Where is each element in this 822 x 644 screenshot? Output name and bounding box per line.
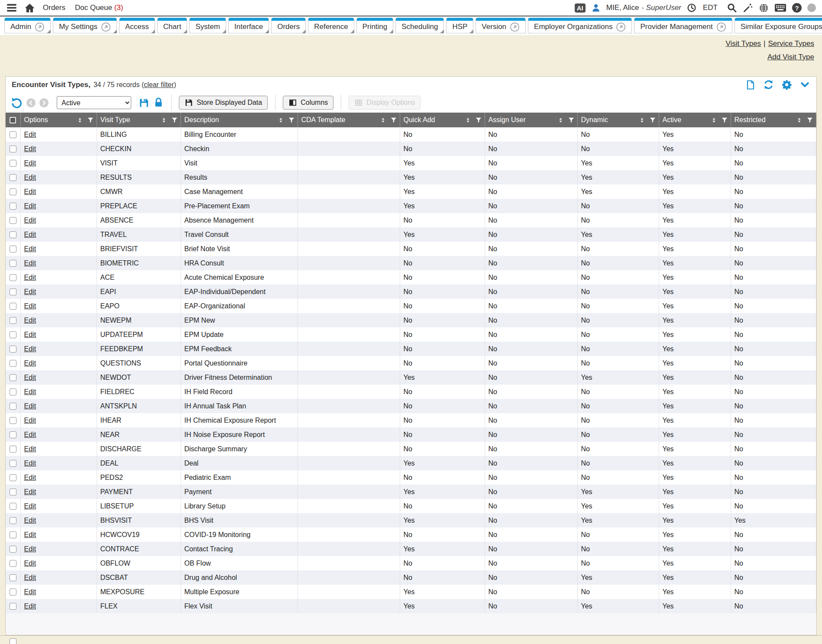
save-icon[interactable] (139, 97, 149, 108)
edit-link[interactable]: Edit (24, 502, 36, 510)
edit-link[interactable]: Edit (24, 188, 36, 195)
edit-link[interactable]: Edit (24, 245, 36, 252)
columns-button[interactable]: Columns (283, 96, 333, 110)
user-label[interactable]: MIE, Alice- SuperUser (606, 3, 681, 12)
edit-link[interactable]: Edit (24, 217, 36, 224)
edit-link[interactable]: Edit (24, 431, 36, 438)
settings-gear-icon[interactable] (781, 79, 792, 90)
new-document-icon[interactable] (745, 80, 756, 90)
search-icon[interactable] (727, 3, 737, 13)
tab-scheduling[interactable]: Scheduling (395, 18, 444, 33)
edit-link[interactable]: Edit (24, 231, 36, 238)
clock-icon[interactable] (687, 3, 696, 13)
edit-link[interactable]: Edit (24, 302, 36, 310)
tab-system[interactable]: System (189, 18, 226, 33)
row-checkbox[interactable] (10, 160, 16, 167)
tab-printing[interactable]: Printing (356, 18, 394, 33)
row-checkbox[interactable] (10, 603, 16, 610)
column-header-cda-template[interactable]: CDA Template (298, 113, 400, 127)
tab-hsp[interactable]: HSP (446, 18, 473, 33)
breadcrumb-doc-queue[interactable]: Doc Queue (3) (75, 3, 123, 12)
column-header-options[interactable]: Options (20, 113, 97, 127)
edit-link[interactable]: Edit (24, 602, 36, 610)
edit-link[interactable]: Edit (24, 588, 36, 595)
tab-provider-management[interactable]: Provider Management (634, 18, 732, 33)
row-checkbox[interactable] (10, 474, 16, 481)
row-checkbox[interactable] (10, 231, 16, 238)
row-checkbox[interactable] (10, 403, 16, 410)
filter-icon[interactable] (806, 117, 813, 123)
column-header-restricted[interactable]: Restricted (731, 113, 816, 127)
row-checkbox[interactable] (10, 417, 16, 424)
hamburger-menu-icon[interactable] (6, 2, 17, 13)
row-checkbox[interactable] (10, 346, 16, 353)
row-checkbox[interactable] (10, 360, 16, 367)
edit-link[interactable]: Edit (24, 402, 36, 410)
home-icon[interactable] (24, 3, 35, 13)
keyboard-icon[interactable] (774, 3, 786, 12)
tab-reference[interactable]: Reference (308, 18, 354, 33)
add-visit-type-link[interactable]: Add Visit Type (767, 53, 814, 61)
tab-orders[interactable]: Orders (271, 18, 306, 33)
sort-icon[interactable] (796, 117, 803, 123)
user-icon[interactable] (591, 3, 601, 13)
store-displayed-data-button[interactable]: Store Displayed Data (179, 96, 268, 110)
row-checkbox[interactable] (10, 303, 16, 310)
edit-link[interactable]: Edit (24, 331, 36, 338)
undo-icon[interactable] (11, 97, 23, 109)
column-header-description[interactable]: Description (181, 113, 298, 127)
edit-link[interactable]: Edit (24, 131, 36, 138)
filter-icon[interactable] (721, 117, 728, 123)
edit-link[interactable]: Edit (24, 288, 36, 295)
sort-icon[interactable] (161, 117, 167, 123)
filter-icon[interactable] (649, 117, 656, 123)
edit-link[interactable]: Edit (24, 374, 36, 381)
filter-icon[interactable] (390, 117, 397, 123)
wand-icon[interactable] (743, 3, 753, 13)
sort-icon[interactable] (639, 117, 645, 123)
edit-link[interactable]: Edit (24, 145, 36, 152)
row-checkbox[interactable] (10, 217, 16, 224)
sort-icon[interactable] (465, 117, 471, 123)
tab-admin[interactable]: Admin (4, 18, 51, 33)
globe-icon[interactable] (759, 3, 769, 13)
row-checkbox[interactable] (10, 460, 16, 467)
row-checkbox[interactable] (10, 246, 16, 252)
sort-icon[interactable] (278, 117, 284, 123)
tab-employer-organizations[interactable]: Employer Organizations (528, 18, 632, 33)
column-header-assign-user[interactable]: Assign User (485, 113, 577, 127)
row-checkbox[interactable] (10, 288, 16, 295)
edit-link[interactable]: Edit (24, 317, 36, 324)
edit-link[interactable]: Edit (24, 202, 36, 210)
column-header-quick-add[interactable]: Quick Add (400, 113, 485, 127)
row-checkbox[interactable] (10, 388, 16, 395)
edit-link[interactable]: Edit (24, 445, 36, 453)
sort-icon[interactable] (711, 117, 717, 123)
help-icon[interactable]: ? (792, 3, 802, 13)
row-checkbox[interactable] (10, 260, 16, 267)
row-checkbox[interactable] (10, 489, 16, 495)
filter-icon[interactable] (171, 117, 178, 123)
edit-link[interactable]: Edit (24, 460, 36, 467)
row-checkbox[interactable] (10, 374, 16, 381)
row-checkbox[interactable] (10, 546, 16, 553)
row-checkbox[interactable] (10, 131, 16, 138)
clear-filter-link[interactable]: clear filter (144, 81, 174, 88)
row-checkbox[interactable] (10, 517, 16, 524)
column-header-dynamic[interactable]: Dynamic (577, 113, 659, 127)
select-all-checkbox[interactable] (10, 117, 16, 123)
sort-icon[interactable] (557, 117, 564, 123)
edit-link[interactable]: Edit (24, 345, 36, 353)
row-checkbox[interactable] (10, 503, 16, 510)
column-header-visit-type[interactable]: Visit Type (97, 113, 181, 127)
tab-version[interactable]: Version (476, 18, 526, 33)
row-checkbox[interactable] (10, 188, 16, 195)
ai-badge[interactable]: AI (575, 3, 586, 13)
row-checkbox[interactable] (10, 174, 16, 181)
edit-link[interactable]: Edit (24, 545, 36, 553)
edit-link[interactable]: Edit (24, 574, 36, 581)
row-checkbox[interactable] (10, 531, 16, 538)
row-checkbox[interactable] (10, 274, 16, 281)
column-header-active[interactable]: Active (659, 113, 731, 127)
filter-icon[interactable] (288, 117, 295, 123)
